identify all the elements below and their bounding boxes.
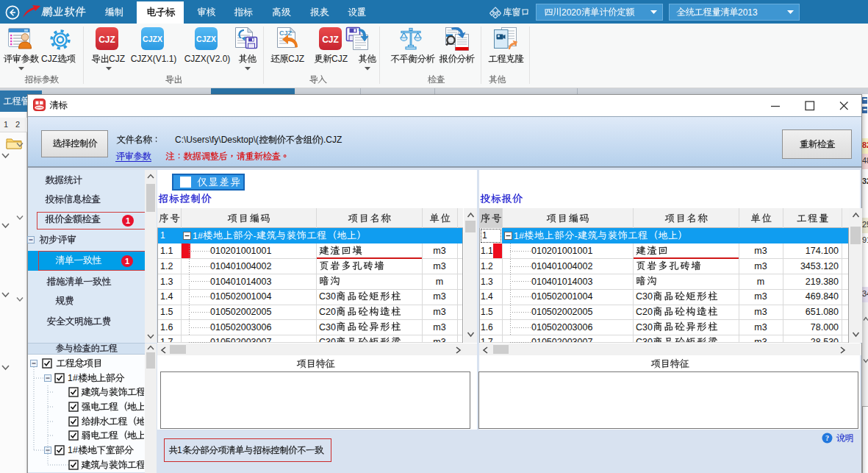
svg-text:CJZ: CJZ bbox=[98, 35, 115, 45]
svg-text:CJZ: CJZ bbox=[279, 29, 293, 37]
svg-text:CJZX: CJZX bbox=[143, 35, 162, 43]
svg-text:?: ? bbox=[825, 434, 829, 442]
svg-text:CJZX: CJZX bbox=[196, 35, 216, 43]
svg-text:CJZ: CJZ bbox=[322, 35, 339, 45]
